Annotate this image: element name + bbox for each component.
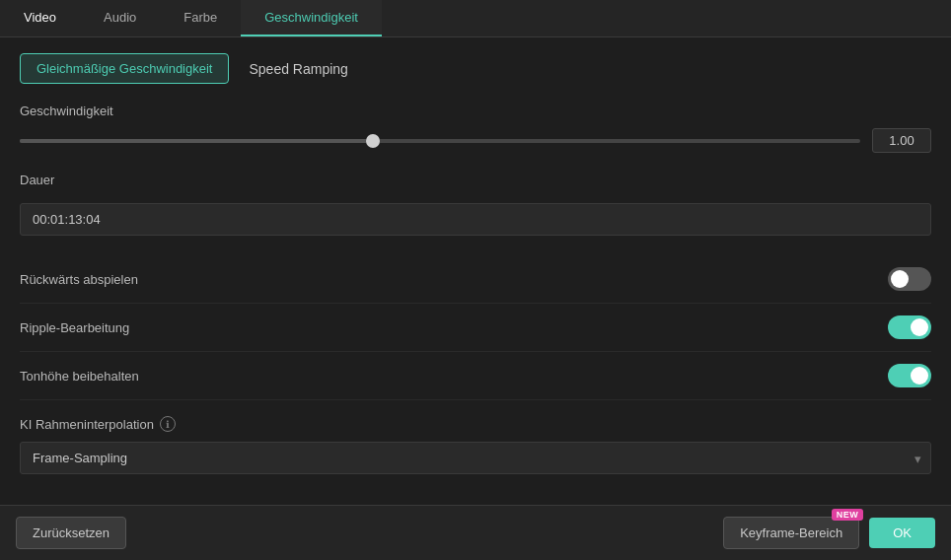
keyframe-button[interactable]: Keyframe-Bereich (723, 517, 859, 549)
tab-audio[interactable]: Audio (80, 0, 160, 36)
speed-mode-row: Gleichmäßige Geschwindigkeit Speed Rampi… (20, 53, 931, 84)
ki-info-icon[interactable]: ℹ (160, 416, 176, 432)
speed-section: Geschwindigkeit (20, 104, 931, 153)
toggle-label-tonhoehe: Tonhöhe beibehalten (20, 369, 139, 384)
duration-input[interactable] (20, 203, 931, 236)
toggle-knob-ripple (911, 318, 928, 336)
toggle-rueckwaerts[interactable] (888, 267, 931, 291)
reset-button[interactable]: Zurücksetzen (16, 517, 126, 549)
speed-ramping-label: Speed Ramping (249, 61, 347, 77)
toggle-knob-rueckwaerts (891, 270, 909, 288)
tab-geschwindigkeit[interactable]: Geschwindigkeit (241, 0, 382, 36)
toggle-row-rueckwaerts: Rückwärts abspielen (20, 255, 931, 304)
ki-label: KI Rahmeninterpolation (20, 417, 154, 432)
speed-label: Geschwindigkeit (20, 104, 931, 118)
toggle-row-ripple: Ripple-Bearbeitung (20, 304, 931, 352)
toggle-label-ripple: Ripple-Bearbeitung (20, 320, 129, 335)
footer-right: Keyframe-Bereich NEW OK (723, 517, 935, 549)
duration-label: Dauer (20, 173, 931, 187)
toggle-knob-tonhoehe (911, 367, 928, 385)
toggle-label-rueckwaerts: Rückwärts abspielen (20, 272, 138, 287)
toggle-row-tonhoehe: Tonhöhe beibehalten (20, 352, 931, 400)
duration-section: Dauer (20, 173, 931, 236)
speed-slider-fill (20, 139, 373, 143)
speed-slider-row (20, 128, 931, 153)
ki-select-row: Frame-Sampling Optischer Fluss KI-Interp… (20, 442, 931, 474)
ki-label-row: KI Rahmeninterpolation ℹ (20, 416, 931, 432)
toggle-ripple[interactable] (888, 315, 931, 339)
speed-slider-track[interactable] (20, 139, 860, 143)
footer: Zurücksetzen Keyframe-Bereich NEW OK (0, 505, 951, 560)
ki-section: KI Rahmeninterpolation ℹ Frame-Sampling … (20, 400, 931, 484)
keyframe-btn-wrap: Keyframe-Bereich NEW (723, 517, 859, 549)
ok-button[interactable]: OK (869, 518, 935, 548)
tab-bar: Video Audio Farbe Geschwindigkeit (0, 0, 951, 37)
speed-slider-thumb[interactable] (366, 134, 380, 148)
uniform-speed-button[interactable]: Gleichmäßige Geschwindigkeit (20, 53, 229, 84)
toggle-tonhoehe[interactable] (888, 364, 931, 387)
speed-value-input[interactable] (872, 128, 931, 153)
tab-farbe[interactable]: Farbe (160, 0, 241, 36)
content-area: Gleichmäßige Geschwindigkeit Speed Rampi… (0, 37, 951, 500)
tab-video[interactable]: Video (0, 0, 80, 36)
ki-select[interactable]: Frame-Sampling Optischer Fluss KI-Interp… (20, 442, 931, 474)
new-badge: NEW (832, 509, 864, 521)
